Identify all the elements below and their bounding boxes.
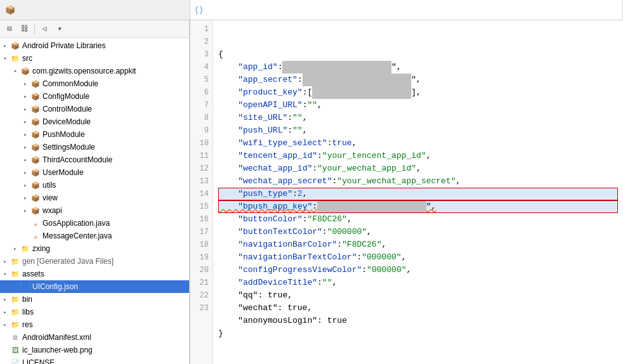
line-number-20: 20 [194,264,209,276]
tree-arrow-gen[interactable] [0,255,10,268]
tree-label-AndroidManifest: AndroidManifest.xml [22,333,91,342]
tree-arrow-res[interactable] [0,318,10,331]
tree-item-CommonModule[interactable]: 📦CommonModule [0,77,189,90]
line-number-12: 12 [194,162,209,175]
tree-arrow-src[interactable] [0,52,10,65]
tree-item-ThirdAccountModule[interactable]: 📦ThirdAccountModule [0,153,189,166]
code-area[interactable]: { "app_id":██████████████████████", "app… [213,20,623,364]
package-explorer-tab[interactable]: 📦 [0,0,190,20]
tree-arrow-ConfigModule[interactable] [20,90,30,103]
tree-label-assets: assets [22,270,44,278]
tree-arrow-ThirdAccountModule[interactable] [20,153,30,166]
editor-content[interactable]: 1234567891011121314151617181920212223 { … [190,20,623,364]
tree-arrow-com-gizwits[interactable] [10,65,20,77]
tree-arrow-PushModule[interactable] [20,128,30,141]
tree-item-gen[interactable]: 📁gen [Generated Java Files] [0,255,189,268]
code-line-11: "wechat_app_secret":"your_wechat_app_sec… [218,175,618,188]
tree-label-zxing: zxing [32,244,50,253]
line-number-22: 22 [194,289,209,302]
tree-arrow-ControlModule[interactable] [20,103,30,115]
tree-item-src[interactable]: 📁src [0,52,189,65]
tree-item-LICENSE[interactable]: 📄LICENSE [0,356,189,364]
tree-item-com-gizwits[interactable]: 📦com.gizwits.opensource.appkit [0,65,189,77]
tree-arrow-zxing[interactable] [10,242,20,255]
tree-item-libs[interactable]: 📁libs [0,306,189,318]
line-number-21: 21 [194,276,209,289]
tree-arrow-CommonModule[interactable] [20,77,30,90]
tree-item-res[interactable]: 📁res [0,318,189,331]
code-line-2: "app_id":██████████████████████", [218,61,618,74]
code-line-5: "openAPI_URL":"", [218,99,618,112]
line-number-4: 4 [194,61,209,74]
json-icon: { } [20,282,30,292]
tree-arrow-DeviceModule[interactable] [20,115,30,128]
folder-icon: 📁 [10,256,20,266]
tree-label-UIConfig: UIConfig.json [32,282,78,291]
back-button[interactable]: ◁ [37,22,51,36]
redacted-value-2: ██████████████████████ [282,61,391,74]
json-file-icon: { } [195,5,202,14]
tree-item-android-private[interactable]: 📦Android Private Libraries [0,39,189,52]
tree-item-ConfigModule[interactable]: 📦ConfigModule [0,90,189,103]
redacted-value-3: ██████████████████████ [303,74,412,86]
tree-item-ControlModule[interactable]: 📦ControlModule [0,103,189,115]
code-line-17: "navigationBarTextColor":"000000", [218,251,618,264]
collapse-icon: ⊟ [7,24,11,34]
tree-label-UserModule: UserModule [43,168,84,177]
tree-arrow-SettingsModule[interactable] [20,141,30,153]
tree-label-ControlModule: ControlModule [43,105,92,114]
tree-label-utils: utils [43,181,56,190]
tree-label-MessageCenter: MessageCenter.java [43,231,112,240]
file-icon: 📄 [10,358,20,364]
tree-item-assets[interactable]: 📁assets [0,268,189,280]
tree-label-DeviceModule: DeviceModule [43,117,91,126]
tree-item-wxapi[interactable]: 📦wxapi [0,204,189,217]
tree-label-src: src [22,54,32,63]
code-line-19: "addDeviceTitle":"", [218,276,618,289]
code-line-22: "anonymousLogin": true [218,315,618,327]
tree-label-SettingsModule: SettingsModule [43,143,95,152]
tree-item-SettingsModule[interactable]: 📦SettingsModule [0,141,189,153]
tree-item-PushModule[interactable]: 📦PushModule [0,128,189,141]
code-line-3: "app_secret":██████████████████████", [218,74,618,86]
code-line-9: "tencent_app_id":"your_tencent_app_id", [218,150,618,162]
tree-item-AndroidManifest[interactable]: 🗎AndroidManifest.xml [0,331,189,344]
tree-arrow-wxapi[interactable] [20,204,30,217]
tree-arrow-utils[interactable] [20,179,30,192]
tree-label-gen: gen [Generated Java Files] [22,257,114,266]
package-icon: 📦 [30,129,41,140]
tree-item-UserModule[interactable]: 📦UserModule [0,166,189,179]
xml-icon: 🗎 [10,332,20,342]
tree-arrow-view[interactable] [20,192,30,204]
package-icon: 📦 [20,66,30,76]
tree-arrow-libs[interactable] [0,306,10,318]
menu-button[interactable]: ▾ [53,22,67,36]
package-icon: 📦 [30,180,41,190]
tree-item-zxing[interactable]: 📁zxing [0,242,189,255]
package-icon: 📦 [30,205,41,216]
collapse-all-button[interactable]: ⊟ [3,22,16,36]
code-line-8: "wifi_type_select":true, [218,137,618,150]
tree-item-bin[interactable]: 📁bin [0,293,189,306]
tree-arrow-UserModule[interactable] [20,166,30,179]
tree-item-GosApplication[interactable]: ☕GosApplication.java [0,217,189,230]
line-number-6: 6 [194,86,209,99]
code-line-10: "wechat_app_id":"your_wechat_app_id", [218,162,618,175]
tree-label-CommonModule: CommonModule [43,79,98,88]
package-icon: 📦 [30,155,41,165]
package-icon: 📦 [30,117,41,127]
tree-item-DeviceModule[interactable]: 📦DeviceModule [0,115,189,128]
tree-arrow-assets[interactable] [0,268,10,280]
link-editor-button[interactable]: ⛓ [18,22,32,36]
tree-item-utils[interactable]: 📦utils [0,179,189,192]
code-line-7: "push_URL":"", [218,124,618,137]
tree-item-MessageCenter[interactable]: ☕MessageCenter.java [0,230,189,242]
tree-item-UIConfig[interactable]: { }UIConfig.json [0,280,189,293]
tree-label-libs: libs [22,308,34,316]
tree-arrow-bin[interactable] [0,293,10,306]
tree-item-view[interactable]: 📦view [0,192,189,204]
tree-arrow-android-private[interactable] [0,39,10,52]
editor-tab[interactable]: { } [190,0,623,20]
tree-item-ic_launcher[interactable]: 🖼ic_launcher-web.png [0,344,189,356]
folder-icon: 📁 [10,320,20,330]
